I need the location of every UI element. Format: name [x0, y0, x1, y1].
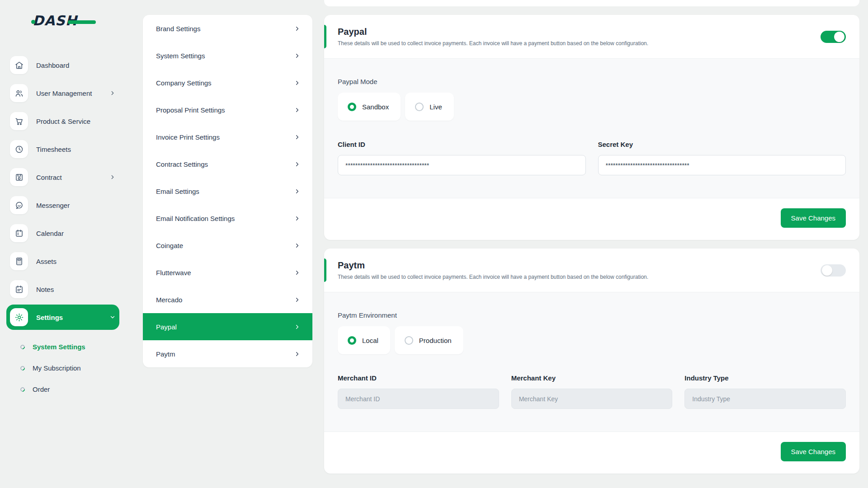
sidebar-item-timesheets[interactable]: Timesheets — [6, 136, 119, 162]
settings-menu-item-paypal[interactable]: Paypal — [143, 313, 312, 340]
chevron-right-icon — [294, 80, 301, 86]
chevron-right-icon — [294, 134, 301, 141]
settings-menu-item-mercado[interactable]: Mercado — [143, 286, 312, 313]
sidebar-item-label: Messenger — [36, 202, 116, 209]
submenu-item-label: My Subscription — [33, 364, 81, 372]
sidebar-item-assets[interactable]: Assets — [6, 249, 119, 274]
settings-menu-item-coingate[interactable]: Coingate — [143, 232, 312, 259]
page: DASH Dashboard User Management — [0, 0, 868, 488]
home-icon — [10, 56, 28, 74]
radio-label: Production — [419, 337, 452, 344]
settings-menu-item-label: Contract Settings — [156, 160, 294, 168]
calculator-icon — [10, 252, 28, 270]
settings-menu-item-brand-settings[interactable]: Brand Settings — [143, 15, 312, 42]
paytm-environment-label: Paytm Environment — [338, 311, 846, 319]
settings-menu-item-company-settings[interactable]: Company Settings — [143, 69, 312, 96]
sidebar-item-label: Contract — [36, 174, 109, 181]
client-id-input[interactable] — [338, 155, 586, 175]
paypal-save-button[interactable]: Save Changes — [781, 208, 846, 228]
bullet-icon — [19, 386, 26, 392]
radio-label: Local — [362, 337, 378, 344]
sidebar-item-label: User Management — [36, 89, 109, 97]
sidebar-item-contract[interactable]: Contract — [6, 164, 119, 190]
settings-menu-item-label: Proposal Print Settings — [156, 106, 294, 114]
submenu-item-order[interactable]: Order — [0, 379, 131, 400]
sidebar-item-product-service[interactable]: Product & Service — [6, 108, 119, 134]
radio-option-live[interactable]: Live — [405, 93, 454, 121]
chevron-right-icon — [294, 52, 301, 59]
bullet-icon — [19, 343, 26, 350]
accent-bar — [324, 258, 326, 282]
paypal-card-footer: Save Changes — [324, 198, 859, 240]
submenu-item-system-settings[interactable]: System Settings — [0, 336, 131, 357]
sidebar-item-dashboard[interactable]: Dashboard — [6, 52, 119, 78]
submenu-item-label: Order — [33, 385, 50, 393]
radio-unselected-icon — [405, 336, 413, 345]
paypal-fields: Client ID Secret Key — [338, 141, 846, 175]
settings-menu-item-email-settings[interactable]: Email Settings — [143, 178, 312, 205]
sidebar-item-label: Settings — [36, 314, 109, 321]
settings-menu-item-label: Paypal — [156, 323, 294, 331]
bullet-icon — [19, 365, 26, 371]
sidebar-item-calendar[interactable]: Calendar — [6, 221, 119, 246]
paytm-title: Paytm — [338, 260, 648, 271]
chevron-right-icon — [109, 90, 116, 96]
merchant-id-label: Merchant ID — [338, 374, 499, 382]
sidebar-item-messenger[interactable]: Messenger — [6, 192, 119, 218]
calendar-icon — [10, 224, 28, 242]
chevron-down-icon — [109, 314, 116, 320]
sidebar: DASH Dashboard User Management — [0, 0, 131, 488]
submenu-item-my-subscription[interactable]: My Subscription — [0, 357, 131, 379]
radio-unselected-icon — [415, 103, 424, 111]
settings-menu-item-proposal-print-settings[interactable]: Proposal Print Settings — [143, 96, 312, 123]
settings-menu-item-contract-settings[interactable]: Contract Settings — [143, 150, 312, 178]
radio-option-local[interactable]: Local — [338, 326, 390, 354]
settings-menu-item-system-settings[interactable]: System Settings — [143, 42, 312, 69]
app-logo[interactable]: DASH — [33, 13, 100, 32]
sidebar-item-label: Notes — [36, 286, 116, 293]
merchant-id-field-group: Merchant ID — [338, 374, 499, 409]
settings-menu-item-flutterwave[interactable]: Flutterwave — [143, 259, 312, 286]
settings-menu-item-paytm[interactable]: Paytm — [143, 340, 312, 367]
gear-icon — [10, 308, 28, 326]
radio-option-sandbox[interactable]: Sandbox — [338, 93, 401, 121]
paytm-fields: Merchant ID Merchant Key Industry Type — [338, 374, 846, 409]
paytm-save-button[interactable]: Save Changes — [781, 442, 846, 461]
sidebar-item-notes[interactable]: Notes — [6, 277, 119, 302]
settings-menu-item-label: Email Notification Settings — [156, 215, 294, 222]
chevron-right-icon — [294, 188, 301, 195]
radio-selected-icon — [348, 336, 356, 345]
industry-type-label: Industry Type — [684, 374, 846, 382]
merchant-key-label: Merchant Key — [511, 374, 673, 382]
secret-key-label: Secret Key — [598, 141, 846, 148]
sidebar-item-user-management[interactable]: User Management — [6, 80, 119, 106]
sidebar-item-label: Calendar — [36, 230, 116, 237]
radio-selected-icon — [348, 103, 356, 111]
paytm-environment-radio-group: Local Production — [338, 326, 846, 354]
users-icon — [10, 84, 28, 102]
chevron-right-icon — [294, 107, 301, 113]
settings-menu-panel: Brand Settings System Settings Company S… — [143, 15, 312, 367]
settings-menu-item-email-notification-settings[interactable]: Email Notification Settings — [143, 205, 312, 232]
paytm-enable-toggle[interactable] — [821, 264, 846, 277]
sidebar-item-label: Product & Service — [36, 117, 116, 125]
radio-label: Sandbox — [362, 103, 389, 111]
save-icon — [10, 168, 28, 186]
paypal-card: Paypal These details will be used to col… — [324, 15, 859, 240]
radio-option-production[interactable]: Production — [395, 326, 463, 354]
main-content: Paypal These details will be used to col… — [324, 0, 859, 474]
chat-icon — [10, 196, 28, 214]
chevron-right-icon — [294, 351, 301, 357]
paypal-mode-radio-group: Sandbox Live — [338, 93, 846, 121]
merchant-key-input — [511, 389, 673, 409]
merchant-key-field-group: Merchant Key — [511, 374, 673, 409]
paypal-enable-toggle[interactable] — [821, 31, 846, 43]
paypal-card-header: Paypal These details will be used to col… — [324, 15, 859, 58]
sidebar-item-label: Timesheets — [36, 145, 116, 153]
sidebar-item-settings[interactable]: Settings — [6, 305, 119, 330]
settings-menu-item-invoice-print-settings[interactable]: Invoice Print Settings — [143, 123, 312, 150]
settings-menu-item-label: System Settings — [156, 52, 294, 60]
chevron-right-icon — [109, 174, 116, 180]
settings-menu-item-label: Flutterwave — [156, 269, 294, 277]
secret-key-input[interactable] — [598, 155, 846, 175]
